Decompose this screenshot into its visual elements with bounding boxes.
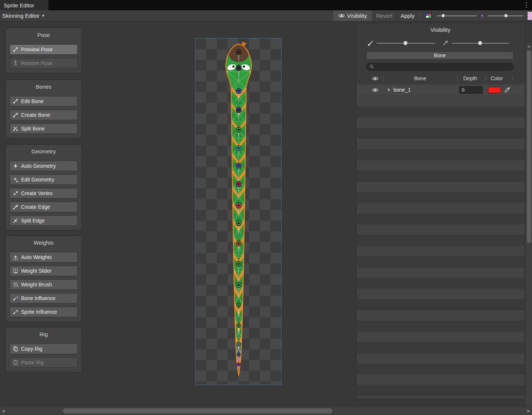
bones-group-title: Bones: [10, 84, 78, 90]
bone-table-header: Bone Depth Color: [357, 74, 525, 84]
scroll-left-arrow[interactable]: ◀: [0, 408, 7, 414]
slider-knob[interactable]: [504, 14, 508, 18]
skinning-toolbar: Skinning Editor ▼ Visibility Revert Appl…: [0, 10, 532, 21]
create-edge-icon: [13, 204, 18, 210]
button-label: Preview Pose: [21, 47, 53, 52]
edit-geometry-button[interactable]: Edit Geometry: [10, 174, 78, 185]
rig-group: Rig Copy Rig Paste Rig: [5, 327, 82, 373]
auto-weights-icon: [13, 254, 18, 260]
header-divider: [383, 75, 384, 82]
header-eye-icon[interactable]: [372, 75, 378, 82]
depth-input[interactable]: [459, 86, 483, 94]
preview-pose-icon: [13, 47, 18, 52]
eye-icon: [338, 13, 345, 19]
sprite-influence-icon: [13, 309, 18, 315]
button-label: Copy Rig: [21, 346, 42, 352]
create-vertex-button[interactable]: Create Vertex: [10, 188, 78, 198]
overflow-menu-icon[interactable]: ⋮: [523, 1, 529, 9]
button-label: Auto Weights: [21, 254, 52, 260]
header-depth-label: Depth: [463, 75, 477, 81]
split-edge-icon: [13, 218, 18, 224]
auto-weights-button[interactable]: Auto Weights: [10, 252, 78, 262]
weight-brush-button[interactable]: Weight Brush: [10, 279, 78, 290]
button-label: Restore Pose: [21, 60, 52, 66]
preview-pose-button[interactable]: Preview Pose: [10, 44, 78, 55]
geometry-group: Geometry Auto Geometry Edit Geometry Cre…: [5, 144, 82, 231]
create-bone-button[interactable]: Create Bone: [10, 110, 78, 120]
checker-swatch-icon[interactable]: [528, 12, 532, 20]
bone-influence-button[interactable]: Bone Influence: [10, 293, 78, 303]
button-label: Create Edge: [21, 204, 50, 210]
button-label: Split Bone: [21, 126, 45, 132]
bone-opacity-icon: [367, 40, 374, 47]
button-label: Split Edge: [21, 218, 45, 224]
slider-knob[interactable]: [441, 14, 445, 18]
mesh-opacity-knob[interactable]: [478, 41, 482, 45]
rig-group-title: Rig: [10, 331, 78, 337]
header-color-label: Color: [491, 75, 503, 81]
workspace: Pose Preview Pose Restore Pose Bones Edi…: [0, 21, 532, 407]
brightness-slider[interactable]: [437, 13, 477, 18]
restore-pose-icon: [13, 60, 18, 66]
sprite-editor-tab-label: Sprite Editor: [4, 2, 34, 8]
vertical-scrollbar-thumb[interactable]: [527, 50, 531, 243]
vertical-scrollbar[interactable]: ▲ ▼: [525, 43, 532, 415]
copy-rig-icon: [13, 346, 18, 352]
weights-group-title: Weights: [10, 239, 78, 246]
button-label: Auto Geometry: [21, 163, 56, 169]
sprite-influence-button[interactable]: Sprite Influence: [10, 307, 78, 317]
restore-pose-button[interactable]: Restore Pose: [10, 58, 78, 68]
weights-group: Weights Auto Weights Weight Slider Weigh…: [5, 235, 82, 322]
pose-group-title: Pose: [10, 32, 78, 38]
apply-button[interactable]: Apply: [396, 13, 419, 19]
row-eye-icon[interactable]: [372, 87, 378, 93]
edit-bone-button[interactable]: Edit Bone: [10, 96, 78, 106]
button-label: Weight Brush: [21, 282, 52, 288]
auto-geometry-icon: [13, 163, 18, 169]
mesh-opacity-icon: [442, 40, 449, 47]
create-edge-button[interactable]: Create Edge: [10, 202, 78, 212]
bone-color-swatch[interactable]: [488, 87, 501, 93]
toolbar-right-cluster: Visibility Revert Apply ✦: [333, 10, 532, 21]
sprite-canvas[interactable]: [195, 38, 282, 385]
disclosure-triangle-icon[interactable]: [388, 88, 391, 92]
search-input[interactable]: [376, 64, 510, 69]
bone-table-row[interactable]: bone_1: [357, 85, 525, 95]
split-bone-icon: [13, 126, 18, 132]
header-bone-label: Bone: [414, 75, 426, 81]
button-label: Bone Influence: [21, 295, 55, 301]
auto-geometry-button[interactable]: Auto Geometry: [10, 161, 78, 171]
visibility-panel: Visibility Bone: [356, 23, 525, 400]
split-bone-button[interactable]: Split Bone: [10, 123, 78, 134]
sprite-editor-window: Sprite Editor ⋮ Skinning Editor ▼ Visibi…: [0, 0, 532, 415]
editor-mode-dropdown[interactable]: Skinning Editor ▼: [0, 10, 49, 21]
rgb-grid-icon[interactable]: [426, 13, 432, 18]
horizontal-scrollbar-thumb[interactable]: [63, 408, 332, 414]
bone-opacity-knob[interactable]: [403, 41, 408, 45]
create-vertex-icon: [13, 190, 18, 196]
title-bar: Sprite Editor ⋮: [0, 0, 532, 10]
opacity-sliders-row: [356, 39, 525, 47]
scroll-up-arrow[interactable]: ▲: [526, 43, 532, 50]
alpha-slider[interactable]: [488, 13, 523, 18]
bones-group: Bones Edit Bone Create Bone Split Bone: [5, 79, 82, 139]
sprite-tint-icon[interactable]: ✦: [480, 13, 484, 18]
horizontal-scrollbar[interactable]: ◀ ▶: [0, 407, 532, 415]
button-label: Edit Geometry: [21, 177, 54, 183]
bone-search-field[interactable]: [366, 63, 514, 71]
eyedropper-icon[interactable]: [504, 86, 511, 93]
snake-sprite: [195, 38, 282, 385]
bone-name: bone_1: [393, 87, 411, 93]
sprite-editor-tab[interactable]: Sprite Editor: [0, 0, 48, 10]
scroll-right-arrow[interactable]: ▶: [525, 408, 532, 414]
split-edge-button[interactable]: Split Edge: [10, 215, 78, 226]
toolbar-divider: [420, 13, 421, 19]
copy-rig-button[interactable]: Copy Rig: [10, 344, 78, 354]
search-icon: [369, 64, 374, 69]
visibility-toggle-button[interactable]: Visibility: [333, 10, 372, 21]
weight-slider-button[interactable]: Weight Slider: [10, 266, 78, 276]
revert-button[interactable]: Revert: [372, 13, 396, 19]
bone-tab[interactable]: Bone: [366, 51, 514, 59]
geometry-group-title: Geometry: [10, 148, 78, 154]
paste-rig-button[interactable]: Paste Rig: [10, 357, 78, 368]
